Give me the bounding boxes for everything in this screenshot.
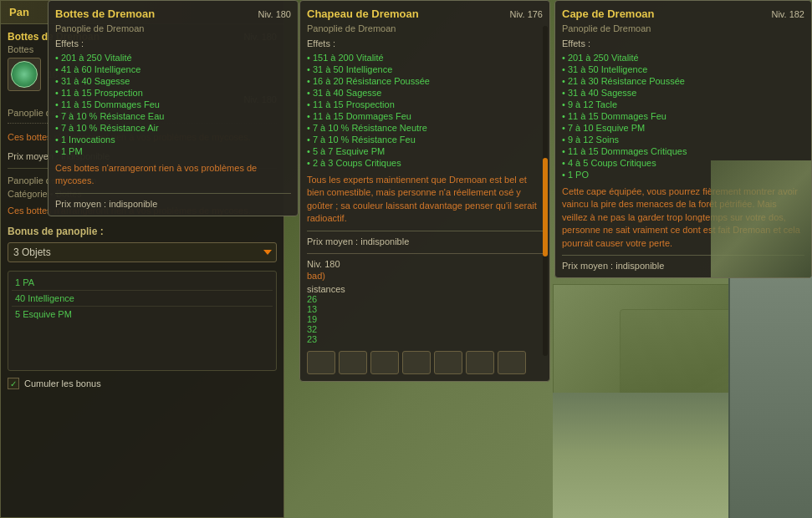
bottes-effect-7: 1 Invocations xyxy=(55,134,291,145)
chapeau-header: Chapeau de Dremoan Niv. 176 xyxy=(307,8,543,20)
chapeau-effect-0: 151 à 200 Vitalité xyxy=(307,52,543,63)
niv-180-label: Niv. 180 xyxy=(307,259,340,269)
resistances-label: sistances xyxy=(307,284,543,294)
cumulate-label: Cumuler les bonus xyxy=(24,378,101,388)
cape-effect-3: 31 à 40 Sagesse xyxy=(562,87,804,99)
slot-btn-5[interactable] xyxy=(466,351,494,374)
chapeau-effect-4: 11 à 15 Prospection xyxy=(307,99,543,110)
stat-val-0: 26 xyxy=(307,294,543,304)
cape-effect-6: 7 à 10 Esquive PM xyxy=(562,122,804,134)
chapeau-effect-8: 5 à 7 Esquive PM xyxy=(307,145,543,157)
slot-buttons-row xyxy=(307,351,543,374)
cape-title: Cape de Dremoan xyxy=(562,8,655,20)
chapeau-effect-5: 11 à 15 Dommages Feu xyxy=(307,110,543,122)
cape-effect-8: 11 à 15 Dommages Critiques xyxy=(562,145,804,157)
cumulate-row: ✓ Cumuler les bonus xyxy=(8,378,277,389)
bottes-level: Niv. 180 xyxy=(258,9,291,19)
slot-btn-3[interactable] xyxy=(402,351,431,374)
scrollbar-thumb[interactable] xyxy=(543,158,548,256)
bottes-divider xyxy=(55,193,291,194)
bottes-effect-1: 41 à 60 Intelligence xyxy=(55,63,291,75)
chapeau-effect-1: 31 à 50 Intelligence xyxy=(307,63,543,75)
chapeau-subtitle: Panoplie de Dremoan xyxy=(307,23,543,33)
chapeau-stats-area: Niv. 180 bad) sistances 26 13 19 32 23 xyxy=(307,253,543,344)
terrain-wall xyxy=(728,251,812,518)
bottes-description: Ces bottes n'arrangeront rien à vos prob… xyxy=(55,162,291,188)
bonus-title: Bonus de panoplie : xyxy=(8,226,277,237)
chapeau-price: Prix moyen : indisponible xyxy=(307,236,543,246)
slot-btn-6[interactable] xyxy=(498,351,526,374)
cape-header: Cape de Dremoan Niv. 182 xyxy=(562,8,804,20)
bottes-effect-3: 11 à 15 Prospection xyxy=(55,87,291,99)
cape-level: Niv. 182 xyxy=(771,9,804,19)
slot-btn-1[interactable] xyxy=(339,351,367,374)
cape-game-image xyxy=(711,160,811,277)
bottes-tooltip: Bottes de Dremoan Niv. 180 Panoplie de D… xyxy=(48,0,299,216)
slot-btn-0[interactable] xyxy=(307,351,335,374)
chapeau-effect-6: 7 à 10 % Résistance Neutre xyxy=(307,122,543,134)
stat-val-2: 19 xyxy=(307,314,543,324)
chapeau-divider xyxy=(307,231,543,231)
bottes-price: Prix moyen : indisponible xyxy=(55,199,291,209)
bad-label: bad) xyxy=(307,271,543,281)
bonus-dropdown[interactable]: 3 Objets 2 Objets 1 Objet xyxy=(8,242,277,262)
chapeau-effect-2: 16 à 20 Résistance Poussée xyxy=(307,75,543,87)
cape-tooltip: Cape de Dremoan Niv. 182 Panoplie de Dre… xyxy=(554,0,812,278)
checkbox-check: ✓ xyxy=(10,379,17,388)
chapeau-effect-9: 2 à 3 Coups Critiques xyxy=(307,157,543,169)
bottes-effect-8: 1 PM xyxy=(55,145,291,157)
bottes-effect-0: 201 à 250 Vitalité xyxy=(55,52,291,63)
dropdown-row[interactable]: 3 Objets 2 Objets 1 Objet xyxy=(8,242,277,262)
bottes-effects-label: Effets : xyxy=(55,38,291,48)
game-image-bg xyxy=(711,160,811,277)
bonus-item-2: 5 Esquive PM xyxy=(12,307,273,322)
slot-btn-2[interactable] xyxy=(370,351,399,374)
chapeau-level: Niv. 176 xyxy=(509,9,543,19)
chapeau-effect-3: 31 à 40 Sagesse xyxy=(307,87,543,99)
cape-effect-1: 31 à 50 Intelligence xyxy=(562,63,804,75)
stat-val-4: 23 xyxy=(307,334,543,344)
chapeau-tooltip: Chapeau de Dremoan Niv. 176 Panoplie de … xyxy=(299,0,550,382)
bonus-item-1: 40 Intelligence xyxy=(12,291,273,307)
bottes-subtitle: Panoplie de Dremoan xyxy=(55,23,291,33)
cape-subtitle: Panoplie de Dremoan xyxy=(562,23,804,33)
slot-btn-4[interactable] xyxy=(434,351,462,374)
item-slot xyxy=(8,58,41,91)
chapeau-effects-label: Effets : xyxy=(307,38,543,48)
chapeau-effect-7: 7 à 10 % Résistance Feu xyxy=(307,134,543,145)
cape-effect-5: 11 à 15 Dommages Feu xyxy=(562,110,804,122)
panel-title: Pan xyxy=(9,6,29,18)
cape-effect-7: 9 à 12 Soins xyxy=(562,134,804,145)
cape-effect-4: 9 à 12 Tacle xyxy=(562,99,804,110)
bottes-effect-4: 11 à 15 Dommages Feu xyxy=(55,99,291,110)
stat-val-1: 13 xyxy=(307,304,543,314)
scrollbar-track[interactable] xyxy=(543,26,548,356)
bonus-item-0: 1 PA xyxy=(12,275,273,291)
bottes-title: Bottes de Dremoan xyxy=(55,8,155,20)
niv-row: Niv. 180 xyxy=(307,259,543,269)
bottes-effect-2: 31 à 40 Sagesse xyxy=(55,75,291,87)
chapeau-title: Chapeau de Dremoan xyxy=(307,8,419,20)
cumulate-checkbox[interactable]: ✓ xyxy=(8,378,19,389)
chapeau-description: Tous les experts maintiennent que Dremoa… xyxy=(307,174,543,226)
bonus-list: 1 PA 40 Intelligence 5 Esquive PM xyxy=(8,271,277,371)
bonus-section: Bonus de panoplie : 3 Objets 2 Objets 1 … xyxy=(8,226,277,389)
bottes-effect-5: 7 à 10 % Résistance Eau xyxy=(55,110,291,122)
bottes-header: Bottes de Dremoan Niv. 180 xyxy=(55,8,291,20)
stat-val-3: 32 xyxy=(307,324,543,334)
bottes-effect-6: 7 à 10 % Résistance Air xyxy=(55,122,291,134)
cape-effects-label: Effets : xyxy=(562,38,804,48)
cape-effect-2: 21 à 30 Résistance Poussée xyxy=(562,75,804,87)
item-icon xyxy=(11,61,38,88)
cape-effect-0: 201 à 250 Vitalité xyxy=(562,52,804,63)
